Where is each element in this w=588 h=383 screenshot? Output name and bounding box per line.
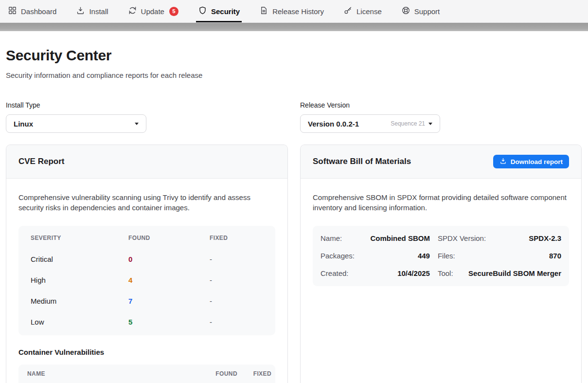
- sbom-card-title: Software Bill of Materials: [313, 157, 411, 166]
- sbom-description: Comprehensive SBOM in SPDX format provid…: [313, 192, 567, 213]
- nav-item-label: Release History: [272, 7, 324, 16]
- install-type-value: Linux: [14, 120, 33, 128]
- fixed-count: -: [210, 276, 263, 284]
- nav-item-update[interactable]: Update 5: [128, 0, 178, 22]
- severity-label: High: [31, 276, 128, 284]
- nav-item-support[interactable]: Support: [401, 0, 440, 22]
- install-type-label: Install Type: [6, 101, 288, 109]
- sbom-detail-label: SPDX Version:: [438, 230, 486, 247]
- download-report-button[interactable]: Download report: [493, 155, 569, 168]
- found-count: 4: [128, 276, 210, 284]
- cve-card-body: Comprehensive vulnerability scanning usi…: [6, 179, 287, 383]
- severity-label: Low: [31, 318, 128, 326]
- table-row-critical: Critical 0 -: [18, 249, 275, 270]
- nav-item-label: Update: [141, 7, 164, 16]
- sbom-detail-label: Name:: [321, 230, 355, 247]
- table-row-low: Low 5 -: [18, 311, 275, 332]
- sbom-detail-label: Packages:: [321, 247, 355, 265]
- page-title: Security Center: [6, 47, 582, 64]
- filters-row: Install Type Linux Release Version Versi…: [6, 101, 582, 133]
- fixed-count: -: [210, 255, 263, 263]
- sbom-detail-value: 449: [362, 247, 430, 265]
- table-row-medium: Medium 7 -: [18, 291, 275, 311]
- sbom-detail-value: 870: [494, 247, 561, 265]
- release-version-select[interactable]: Version 0.0.2-1 Sequence 21: [300, 114, 440, 133]
- container-vulnerabilities-table-header: NAME FOUND FIXED: [18, 365, 275, 383]
- sbom-detail-value: 10/4/2025: [362, 265, 430, 282]
- top-nav: Dashboard Install Update 5 Security Rele…: [0, 0, 588, 23]
- sbom-card: Software Bill of Materials Download repo…: [300, 145, 582, 383]
- found-count: 7: [128, 297, 210, 305]
- found-col-header: FOUND: [215, 370, 237, 377]
- sbom-detail-value: SecureBuild SBOM Merger: [494, 265, 561, 282]
- severity-label: Medium: [31, 297, 128, 305]
- nav-item-label: Support: [414, 7, 440, 16]
- found-count: 5: [128, 318, 210, 326]
- lifebuoy-icon: [401, 6, 410, 17]
- nav-item-label: Dashboard: [21, 7, 56, 16]
- table-row-high: High 4 -: [18, 270, 275, 291]
- found-count: 0: [128, 255, 210, 263]
- found-col-header: FOUND: [128, 235, 210, 241]
- nav-item-label: Security: [211, 7, 240, 16]
- download-report-label: Download report: [511, 158, 563, 165]
- sbom-details-table: Name: Combined SBOM SPDX Version: SPDX-2…: [313, 226, 569, 286]
- sbom-detail-value: SPDX-2.3: [494, 230, 561, 247]
- chevron-down-icon: [428, 123, 432, 125]
- release-version-label: Release Version: [300, 101, 582, 109]
- key-icon: [343, 6, 353, 17]
- download-icon: [76, 6, 85, 17]
- install-type-select[interactable]: Linux: [6, 114, 146, 133]
- nav-item-dashboard[interactable]: Dashboard: [8, 0, 56, 22]
- sbom-detail-value: Combined SBOM: [362, 230, 430, 247]
- cve-card-header: CVE Report: [6, 145, 287, 179]
- release-version-value: Version 0.0.2-1: [308, 120, 359, 128]
- page-subtitle: Security information and compliance repo…: [6, 71, 582, 79]
- nav-item-security[interactable]: Security: [198, 0, 240, 22]
- severity-label: Critical: [31, 255, 128, 263]
- install-type-filter: Install Type Linux: [6, 101, 288, 133]
- gray-divider-bar: [0, 23, 588, 31]
- security-center-page: Security Center Security information and…: [0, 47, 588, 383]
- fixed-col-header: FIXED: [253, 370, 271, 377]
- sbom-detail-label: Files:: [438, 247, 486, 265]
- nav-item-license[interactable]: License: [343, 0, 382, 22]
- sbom-detail-label: Created:: [321, 265, 355, 282]
- shield-icon: [198, 6, 207, 17]
- nav-item-label: Install: [89, 7, 108, 16]
- sequence-meta: Sequence 21: [391, 120, 425, 127]
- cve-report-card: CVE Report Comprehensive vulnerability s…: [6, 145, 288, 383]
- cards-row: CVE Report Comprehensive vulnerability s…: [6, 145, 582, 383]
- fixed-count: -: [210, 297, 263, 305]
- release-version-filter: Release Version Version 0.0.2-1 Sequence…: [300, 101, 582, 133]
- severity-col-header: SEVERITY: [31, 235, 128, 241]
- severity-table-header: SEVERITY FOUND FIXED: [18, 228, 275, 249]
- sbom-card-header: Software Bill of Materials Download repo…: [301, 145, 581, 179]
- sbom-card-body: Comprehensive SBOM in SPDX format provid…: [301, 179, 581, 300]
- dashboard-icon: [8, 6, 17, 17]
- name-col-header: NAME: [27, 370, 199, 377]
- document-icon: [259, 6, 268, 17]
- download-icon: [499, 157, 507, 166]
- nav-item-release-history[interactable]: Release History: [259, 0, 324, 22]
- cve-card-title: CVE Report: [18, 157, 64, 166]
- severity-table: SEVERITY FOUND FIXED Critical 0 - High 4…: [18, 226, 275, 335]
- update-count-badge: 5: [169, 7, 178, 16]
- fixed-count: -: [210, 318, 263, 326]
- cve-description: Comprehensive vulnerability scanning usi…: [18, 192, 272, 213]
- fixed-col-header: FIXED: [210, 235, 263, 241]
- container-vulnerabilities-title: Container Vulnerabilities: [18, 348, 275, 356]
- nav-item-install[interactable]: Install: [76, 0, 108, 22]
- nav-item-label: License: [356, 7, 382, 16]
- refresh-icon: [128, 6, 137, 17]
- chevron-down-icon: [135, 123, 139, 125]
